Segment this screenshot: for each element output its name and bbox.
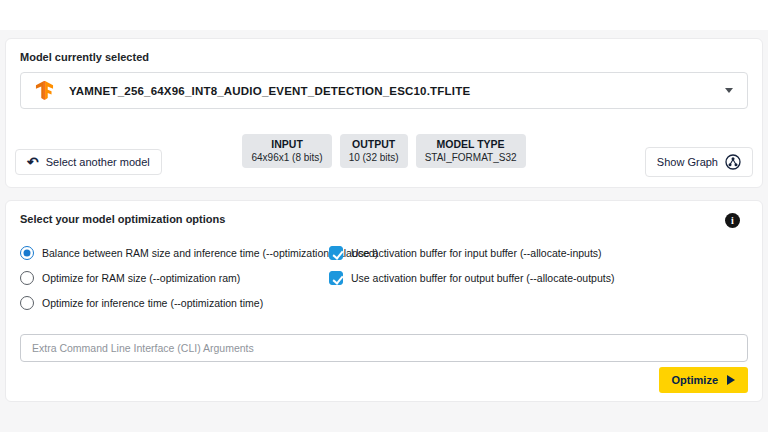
options-title: Select your model optimization options — [20, 213, 225, 225]
model-select-dropdown[interactable]: YAMNET_256_64X96_INT8_AUDIO_EVENT_DETECT… — [20, 72, 748, 109]
checkbox-icon[interactable] — [329, 271, 343, 285]
checkbox-allocate-outputs-label: Use activation buffer for output buffer … — [351, 272, 614, 284]
radio-option-ram[interactable]: Optimize for RAM size (--optimization ra… — [20, 270, 328, 286]
tensorflow-logo-icon — [35, 80, 54, 101]
info-icon[interactable]: i — [725, 213, 740, 228]
checkbox-allocate-inputs-label: Use activation buffer for input buffer (… — [351, 247, 602, 259]
radio-icon[interactable] — [20, 271, 34, 285]
model-card: Model currently selected YAMNET_256_64X9… — [5, 38, 763, 188]
checkbox-allocate-inputs[interactable]: Use activation buffer for input buffer (… — [329, 245, 614, 261]
play-icon — [727, 375, 735, 385]
radio-option-balanced[interactable]: Balance between RAM size and inference t… — [20, 245, 328, 261]
selected-model-name: YAMNET_256_64X96_INT8_AUDIO_EVENT_DETECT… — [69, 85, 470, 97]
radio-option-time-label: Optimize for inference time (--optimizat… — [42, 297, 263, 309]
graph-network-icon — [725, 154, 741, 170]
radio-option-time[interactable]: Optimize for inference time (--optimizat… — [20, 295, 328, 311]
radio-icon[interactable] — [20, 246, 34, 260]
optimization-options-card: Select your model optimization options i… — [5, 200, 763, 402]
info-icon-glyph: i — [731, 215, 734, 226]
options-grid: Balance between RAM size and inference t… — [20, 245, 748, 320]
show-graph-label: Show Graph — [657, 156, 718, 168]
select-another-model-button[interactable]: ↶ Select another model — [15, 149, 162, 175]
optimize-button-label: Optimize — [672, 374, 718, 386]
show-graph-button[interactable]: Show Graph — [645, 147, 753, 177]
select-another-model-label: Select another model — [46, 156, 150, 168]
chevron-down-icon — [725, 88, 733, 93]
radio-icon[interactable] — [20, 296, 34, 310]
checkbox-allocate-outputs[interactable]: Use activation buffer for output buffer … — [329, 270, 614, 286]
undo-arrow-icon: ↶ — [27, 157, 39, 167]
radio-option-ram-label: Optimize for RAM size (--optimization ra… — [42, 272, 240, 284]
checkbox-icon[interactable] — [329, 246, 343, 260]
radio-option-balanced-label: Balance between RAM size and inference t… — [42, 247, 378, 259]
optimize-row: Optimize — [659, 367, 748, 393]
model-card-label: Model currently selected — [20, 51, 748, 63]
optimize-button[interactable]: Optimize — [659, 367, 748, 393]
cli-arguments-input[interactable] — [20, 334, 748, 362]
model-card-actions: ↶ Select another model Show Graph — [15, 147, 753, 177]
buffer-checkbox-group: Use activation buffer for input buffer (… — [329, 245, 614, 320]
options-header: Select your model optimization options i — [20, 213, 748, 228]
optimization-radio-group: Balance between RAM size and inference t… — [20, 245, 328, 320]
